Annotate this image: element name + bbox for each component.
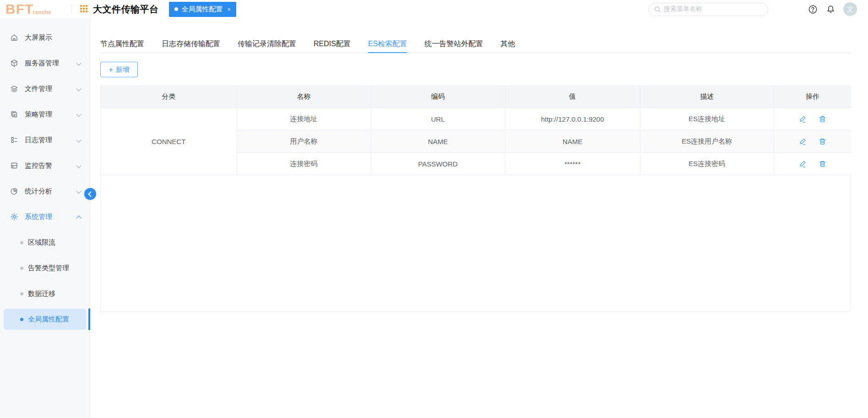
sidebar-item-label: 文件管理 bbox=[25, 85, 77, 93]
sidebar-subitem-label: 全局属性配置 bbox=[28, 315, 69, 324]
edit-icon[interactable] bbox=[799, 160, 807, 168]
sidebar-item-2[interactable]: 文件管理 bbox=[0, 76, 90, 102]
brand-logo-subtext: ransfer bbox=[33, 9, 51, 16]
tab-5[interactable]: 统一告警站外配置 bbox=[424, 35, 483, 53]
config-table: 分类名称编码值描述操作 CONNECT连接地址URLhttp://127.0.0… bbox=[101, 86, 851, 175]
column-header: 分类 bbox=[101, 86, 237, 108]
config-tabs: 节点属性配置日志存储传输配置传输记录清除配置REDIS配置ES检索配置统一告警站… bbox=[100, 35, 851, 53]
search-placeholder: 搜索菜单名称 bbox=[664, 5, 702, 13]
stats-icon bbox=[10, 187, 18, 195]
search-icon bbox=[654, 6, 661, 13]
edit-icon[interactable] bbox=[799, 138, 807, 145]
search-input[interactable]: 搜索菜单名称 bbox=[648, 3, 768, 16]
sidebar-item-label: 日志管理 bbox=[25, 136, 77, 145]
sidebar-subitem-1[interactable]: 告警类型管理 bbox=[4, 257, 86, 279]
sidebar-item-label: 服务器管理 bbox=[25, 59, 77, 68]
cell-desc: ES连接用户名称 bbox=[640, 130, 774, 153]
edit-icon[interactable] bbox=[799, 115, 807, 123]
bell-icon[interactable] bbox=[825, 4, 835, 14]
cell-value: NAME bbox=[505, 130, 640, 153]
bullet-dot-icon bbox=[20, 318, 23, 321]
column-header: 编码 bbox=[371, 86, 505, 108]
server-icon bbox=[10, 59, 18, 67]
sidebar-item-label: 统计分析 bbox=[25, 187, 77, 196]
sidebar-item-label: 系统管理 bbox=[25, 213, 77, 221]
home-icon bbox=[10, 33, 18, 42]
column-header: 值 bbox=[505, 86, 640, 108]
column-header: 操作 bbox=[774, 86, 851, 108]
add-button[interactable]: + 新增 bbox=[100, 62, 138, 77]
cell-name: 用户名称 bbox=[237, 130, 371, 153]
chevron-down-icon bbox=[77, 138, 81, 142]
chevron-down-icon bbox=[77, 163, 81, 168]
cell-value: http://127.0.0.1:9200 bbox=[505, 108, 640, 130]
tab-2[interactable]: 传输记录清除配置 bbox=[238, 35, 296, 53]
sidebar-item-3[interactable]: 策略管理 bbox=[0, 102, 90, 127]
bullet-dot-icon bbox=[20, 241, 23, 244]
sidebar-menu: 大屏展示服务器管理文件管理策略管理日志管理监控告警统计分析系统管理区域限流告警类… bbox=[0, 25, 90, 332]
help-icon[interactable] bbox=[808, 4, 818, 14]
config-table-card: 分类名称编码值描述操作 CONNECT连接地址URLhttp://127.0.0… bbox=[100, 86, 851, 312]
column-header: 描述 bbox=[640, 86, 774, 108]
sidebar-item-0[interactable]: 大屏展示 bbox=[0, 25, 90, 50]
table-header-row: 分类名称编码值描述操作 bbox=[101, 86, 851, 108]
tab-1[interactable]: 日志存储传输配置 bbox=[162, 35, 220, 53]
sidebar-item-5[interactable]: 监控告警 bbox=[0, 153, 90, 178]
sidebar-subitem-label: 数据迁移 bbox=[28, 289, 55, 298]
plus-icon: + bbox=[108, 66, 113, 74]
sidebar-item-6[interactable]: 统计分析 bbox=[0, 178, 90, 204]
tab-4[interactable]: ES检索配置 bbox=[368, 35, 407, 53]
cell-value: ****** bbox=[505, 153, 640, 175]
cell-code: PASSWORD bbox=[371, 153, 505, 175]
sidebar-subitem-label: 区域限流 bbox=[28, 238, 55, 247]
chevron-down-icon bbox=[77, 189, 81, 193]
column-header: 名称 bbox=[237, 86, 371, 108]
sidebar-item-1[interactable]: 服务器管理 bbox=[0, 50, 90, 76]
sidebar-item-label: 监控告警 bbox=[25, 161, 77, 170]
sidebar-subitem-0[interactable]: 区域限流 bbox=[4, 232, 86, 253]
bullet-dot-icon bbox=[20, 267, 23, 270]
tab-6[interactable]: 其他 bbox=[500, 35, 515, 53]
delete-icon[interactable] bbox=[819, 160, 826, 168]
app-title: 大文件传输平台 bbox=[93, 3, 159, 16]
delete-icon[interactable] bbox=[819, 138, 826, 145]
cell-actions bbox=[774, 130, 851, 153]
cell-desc: ES连接地址 bbox=[640, 108, 774, 130]
cell-name: 连接地址 bbox=[237, 108, 371, 130]
table-row: CONNECT连接地址URLhttp://127.0.0.1:9200ES连接地… bbox=[101, 108, 851, 130]
gear-icon bbox=[10, 213, 18, 221]
cell-actions bbox=[774, 108, 851, 130]
cell-name: 连接密码 bbox=[237, 153, 371, 175]
sidebar-collapse-button[interactable] bbox=[84, 188, 96, 200]
chevron-down-icon bbox=[77, 86, 81, 91]
tab-3[interactable]: REDIS配置 bbox=[314, 35, 351, 53]
close-icon[interactable]: × bbox=[227, 6, 232, 13]
tab-0[interactable]: 节点属性配置 bbox=[100, 35, 144, 53]
brand-logo-text: BFT bbox=[5, 2, 33, 16]
chevron-up-icon bbox=[77, 214, 81, 219]
bullet-dot-icon bbox=[20, 292, 23, 295]
strategy-icon bbox=[10, 110, 18, 118]
open-tab-chip[interactable]: 全局属性配置 × bbox=[169, 2, 237, 17]
sidebar-item-7[interactable]: 系统管理 bbox=[0, 204, 90, 230]
add-button-label: 新增 bbox=[116, 65, 130, 74]
brand-logo: BFT ransfer bbox=[0, 2, 68, 16]
avatar[interactable]: 文 bbox=[843, 2, 857, 16]
files-icon bbox=[10, 85, 18, 93]
log-icon bbox=[10, 136, 18, 144]
top-header: BFT ransfer 大文件传输平台 全局属性配置 × 搜索菜单名称 bbox=[0, 0, 868, 18]
sidebar-item-label: 大屏展示 bbox=[25, 33, 81, 42]
apps-grid-icon bbox=[80, 5, 88, 13]
sidebar-subitem-3[interactable]: 全局属性配置 bbox=[4, 309, 86, 330]
sidebar: 大屏展示服务器管理文件管理策略管理日志管理监控告警统计分析系统管理区域限流告警类… bbox=[0, 18, 90, 418]
sidebar-item-4[interactable]: 日志管理 bbox=[0, 127, 90, 153]
sidebar-subitem-2[interactable]: 数据迁移 bbox=[4, 283, 86, 304]
cell-category: CONNECT bbox=[101, 108, 237, 175]
delete-icon[interactable] bbox=[819, 115, 826, 123]
header-divider bbox=[71, 4, 72, 14]
table-body: CONNECT连接地址URLhttp://127.0.0.1:9200ES连接地… bbox=[101, 108, 851, 175]
sidebar-subitem-label: 告警类型管理 bbox=[28, 264, 69, 273]
open-tab-chip-label: 全局属性配置 bbox=[182, 5, 223, 14]
cell-desc: ES连接密码 bbox=[640, 153, 774, 175]
sidebar-item-label: 策略管理 bbox=[25, 110, 77, 119]
